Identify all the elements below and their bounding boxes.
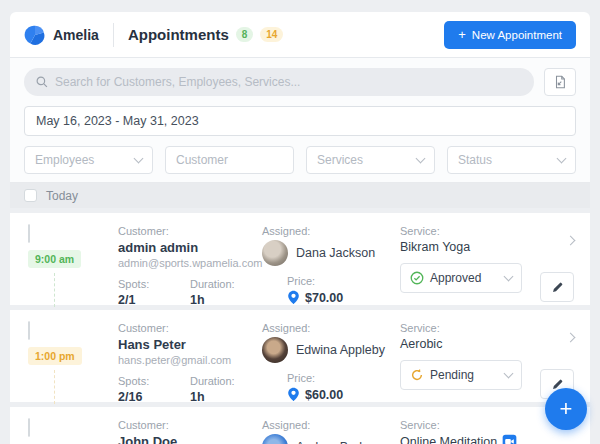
price-value: $70.00: [305, 291, 343, 305]
search-input[interactable]: [55, 75, 522, 89]
search-box[interactable]: [24, 68, 534, 96]
services-filter-placeholder: Services: [317, 153, 417, 167]
status-value: Approved: [430, 271, 499, 285]
employee-name: Andrea Barber: [296, 440, 377, 444]
chevron-down-icon: [557, 154, 567, 164]
time-badge: 9:00 am: [28, 250, 81, 268]
export-document-icon: [553, 75, 567, 89]
new-appointment-button[interactable]: + New Appointment: [444, 21, 576, 49]
customer-name: Hans Peter: [118, 337, 262, 352]
appointments-page: Amelia Appointments 8 14 + New Appointme…: [10, 12, 590, 444]
customer-email: hans.peter@gmail.com: [118, 354, 262, 366]
service-name: Bikram Yoga: [400, 240, 544, 254]
header-divider: [113, 23, 114, 47]
time-badge: 1:00 pm: [28, 347, 82, 365]
price-label: Price:: [287, 372, 400, 384]
row-checkbox[interactable]: [28, 321, 30, 340]
edit-appointment-button[interactable]: [540, 272, 574, 302]
video-camera-icon: [502, 434, 517, 444]
row-checkbox[interactable]: [28, 418, 30, 437]
chevron-down-icon: [416, 154, 426, 164]
service-name: Aerobic: [400, 337, 544, 351]
row-checkbox[interactable]: [28, 224, 30, 243]
timeline-connector: [54, 273, 55, 307]
duration-value: 1h: [190, 293, 262, 307]
export-button[interactable]: [544, 68, 576, 96]
status-value: Pending: [430, 368, 499, 382]
appointment-row[interactable]: 9:00 pm Customer: John Doe johndoe@gmail…: [10, 407, 590, 444]
customer-name: admin admin: [118, 240, 262, 255]
customer-name: John Doe: [118, 434, 262, 444]
assigned-label: Assigned:: [262, 225, 400, 237]
row-expand-chevron-icon[interactable]: [566, 236, 576, 246]
row-expand-chevron-icon[interactable]: [566, 333, 576, 343]
customer-label: Customer:: [118, 419, 262, 431]
status-filter-placeholder: Status: [458, 153, 558, 167]
add-appointment-fab[interactable]: +: [545, 388, 587, 430]
filters-panel: May 16, 2023 - May 31, 2023 Employees Se…: [10, 58, 590, 183]
customer-label: Customer:: [118, 322, 262, 334]
price-label: Price:: [287, 275, 400, 287]
employee-avatar: [262, 240, 288, 266]
plus-icon: +: [458, 30, 466, 40]
assigned-label: Assigned:: [262, 419, 400, 431]
chevron-down-icon: [504, 369, 514, 379]
approved-count-badge: 8: [236, 27, 254, 42]
spots-label: Spots:: [118, 375, 190, 387]
status-dropdown[interactable]: Approved: [400, 263, 522, 293]
services-filter[interactable]: Services: [306, 146, 435, 174]
employees-filter-placeholder: Employees: [35, 153, 135, 167]
timeline-connector: [54, 370, 55, 404]
employees-filter[interactable]: Employees: [24, 146, 153, 174]
plus-icon: +: [560, 398, 573, 420]
duration-label: Duration:: [190, 278, 262, 290]
group-header-label: Today: [46, 189, 78, 203]
search-icon: [36, 76, 48, 88]
chevron-down-icon: [504, 272, 514, 282]
employee-avatar: [262, 434, 288, 444]
customer-email: admin@sports.wpamelia.com: [118, 257, 262, 269]
service-label: Service:: [400, 225, 544, 237]
new-appointment-label: New Appointment: [472, 29, 562, 41]
date-range-picker[interactable]: May 16, 2023 - May 31, 2023: [24, 106, 576, 136]
page-title: Appointments: [128, 26, 229, 43]
amelia-pinwheel-icon: [24, 24, 46, 46]
customer-filter-input[interactable]: [176, 153, 283, 167]
duration-label: Duration:: [190, 375, 262, 387]
service-label: Service:: [400, 419, 544, 431]
refresh-arrows-icon: [410, 368, 424, 382]
status-dropdown[interactable]: Pending: [400, 360, 522, 390]
brand-name: Amelia: [53, 27, 99, 43]
appointment-row[interactable]: 1:00 pm Customer: Hans Peter hans.peter@…: [10, 310, 590, 402]
spots-label: Spots:: [118, 278, 190, 290]
appointment-row[interactable]: 9:00 am Customer: admin admin admin@spor…: [10, 213, 590, 305]
service-label: Service:: [400, 322, 544, 334]
employee-name: Dana Jackson: [296, 246, 375, 260]
duration-value: 1h: [190, 390, 262, 404]
price-value: $60.00: [305, 388, 343, 402]
pencil-icon: [551, 281, 564, 294]
location-pin-icon: [287, 387, 300, 402]
chevron-down-icon: [134, 154, 144, 164]
pending-count-badge: 14: [260, 27, 283, 42]
employee-name: Edwina Appleby: [296, 343, 385, 357]
customer-filter[interactable]: [165, 146, 294, 174]
service-name: Online Meditation: [400, 435, 497, 444]
check-circle-icon: [410, 271, 424, 285]
group-select-checkbox[interactable]: [24, 189, 37, 202]
location-pin-icon: [287, 290, 300, 305]
spots-value: 2/1: [118, 293, 190, 307]
brand: Amelia: [24, 24, 99, 46]
status-filter[interactable]: Status: [447, 146, 576, 174]
group-header-today: Today: [10, 183, 590, 208]
date-range-value: May 16, 2023 - May 31, 2023: [36, 114, 199, 128]
customer-label: Customer:: [118, 225, 262, 237]
spots-value: 2/16: [118, 390, 190, 404]
assigned-label: Assigned:: [262, 322, 400, 334]
employee-avatar: [262, 337, 288, 363]
top-header: Amelia Appointments 8 14 + New Appointme…: [10, 12, 590, 58]
